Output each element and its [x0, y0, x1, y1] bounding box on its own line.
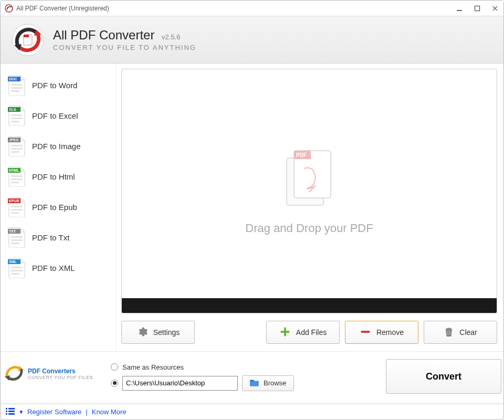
sidebar-item-label: PDF to Word: [32, 81, 77, 90]
maximize-button[interactable]: [473, 4, 481, 13]
svg-text:EPUB: EPUB: [9, 199, 19, 203]
svg-text:PDF: PDF: [296, 152, 307, 158]
svg-rect-18: [11, 121, 19, 122]
svg-rect-22: [11, 148, 23, 150]
brand-tagline: CONVERT YOU PDF FILES: [28, 375, 93, 380]
plus-icon: [279, 326, 291, 339]
svg-rect-50: [361, 331, 370, 333]
sidebar-item-label: PDF to Image: [32, 142, 81, 151]
chevron-down-icon[interactable]: ▾: [19, 408, 23, 416]
sidebar-item-label: PDF to XML: [32, 264, 75, 272]
svg-rect-36: [11, 236, 23, 238]
svg-rect-55: [6, 408, 7, 410]
svg-rect-51: [448, 331, 448, 335]
convert-button[interactable]: Convert: [386, 359, 501, 394]
svg-rect-23: [11, 151, 19, 153]
svg-rect-12: [11, 87, 23, 89]
window-title: All PDF Converter (Unregistered): [16, 5, 455, 12]
svg-text:DOC: DOC: [9, 77, 17, 81]
html-file-icon: HTML: [8, 166, 27, 187]
brand-block: PDF Converters CONVERT YOU PDF FILES: [1, 363, 111, 385]
dropzone-footer-bar: [122, 298, 497, 313]
sidebar-item-label: PDF to Epub: [32, 203, 77, 212]
txt-file-icon: TXT: [8, 227, 27, 248]
svg-rect-21: [11, 145, 23, 146]
sidebar: DOCPDF to WordXLSPDF to ExcelJPEGPDF to …: [1, 64, 116, 351]
svg-rect-42: [11, 270, 23, 271]
svg-rect-3: [475, 6, 480, 10]
brand-icon: [4, 363, 25, 385]
svg-rect-32: [11, 209, 23, 211]
svg-rect-58: [8, 411, 15, 412]
app-version: v2.5.6: [162, 33, 180, 41]
separator: |: [86, 408, 87, 416]
svg-rect-26: [11, 175, 23, 177]
svg-rect-56: [8, 408, 15, 410]
trash-icon: [444, 326, 454, 339]
browse-button[interactable]: Browse: [242, 375, 294, 391]
svg-rect-52: [450, 331, 450, 335]
body: DOCPDF to WordXLSPDF to ExcelJPEGPDF to …: [1, 64, 503, 351]
same-as-resources-label: Same as Resources: [122, 363, 184, 371]
sidebar-item-txt[interactable]: TXTPDF to Txt: [5, 222, 111, 253]
main-area: PDF Drag and Drop your PDF Settings: [116, 64, 503, 351]
app-icon-small: [5, 4, 13, 13]
app-window: All PDF Converter (Unregistered) All PDF…: [0, 0, 504, 420]
know-more-link[interactable]: Know More: [92, 408, 127, 416]
dropzone[interactable]: PDF Drag and Drop your PDF: [121, 69, 497, 313]
xml-file-icon: XML: [8, 257, 27, 278]
action-toolbar: Settings Add Files Remove: [121, 321, 497, 344]
svg-rect-8: [24, 35, 29, 37]
svg-rect-49: [281, 331, 290, 333]
folder-icon: [250, 378, 259, 388]
radio-checked-icon: [111, 380, 118, 387]
svg-rect-28: [11, 182, 19, 183]
svg-rect-11: [11, 84, 23, 86]
svg-rect-33: [11, 212, 19, 214]
remove-button[interactable]: Remove: [345, 321, 418, 344]
output-path-input[interactable]: [122, 376, 238, 391]
sidebar-item-label: PDF to Excel: [32, 111, 78, 120]
clear-button[interactable]: Clear: [424, 321, 497, 344]
svg-text:XLS: XLS: [9, 108, 16, 111]
clear-label: Clear: [459, 328, 477, 337]
pdf-stack-icon: PDF: [280, 148, 338, 212]
add-files-button[interactable]: Add Files: [266, 321, 340, 344]
output-controls: Same as Resources Browse: [111, 357, 376, 391]
dropzone-hint: Drag and Drop your PDF: [245, 222, 373, 235]
minus-icon: [360, 326, 371, 339]
sidebar-item-doc[interactable]: DOCPDF to Word: [5, 70, 111, 100]
settings-button-label: Settings: [153, 328, 180, 337]
doc-file-icon: DOC: [8, 75, 27, 96]
browse-label: Browse: [264, 379, 286, 387]
sidebar-item-epub[interactable]: EPUBPDF to Epub: [5, 192, 111, 222]
app-header: All PDF Converter v2.5.6 Convert You fil…: [1, 16, 503, 64]
gear-icon: [136, 326, 148, 339]
svg-rect-59: [6, 413, 7, 415]
add-files-label: Add Files: [296, 328, 327, 337]
sidebar-item-jpeg[interactable]: JPEGPDF to Image: [5, 131, 111, 161]
sidebar-item-xls[interactable]: XLSPDF to Excel: [5, 100, 111, 131]
svg-rect-43: [11, 273, 19, 275]
minimize-button[interactable]: [455, 4, 464, 13]
jpeg-file-icon: JPEG: [8, 135, 27, 156]
window-controls: [455, 4, 499, 13]
svg-rect-57: [6, 411, 7, 412]
output-row: PDF Converters CONVERT YOU PDF FILES Sam…: [1, 351, 503, 404]
settings-button[interactable]: Settings: [121, 321, 195, 344]
sidebar-item-html[interactable]: HTMLPDF to Html: [5, 161, 111, 192]
same-as-resources-option[interactable]: Same as Resources: [111, 363, 376, 371]
brand-name: PDF Converters: [28, 368, 93, 375]
app-name: All PDF Converter: [53, 28, 154, 43]
custom-path-option[interactable]: Browse: [111, 375, 376, 391]
radio-icon: [111, 363, 118, 371]
register-software-link[interactable]: Register Software: [27, 408, 81, 416]
remove-label: Remove: [376, 328, 404, 337]
sidebar-item-xml[interactable]: XMLPDF to XML: [5, 253, 111, 283]
svg-rect-2: [457, 10, 462, 11]
svg-text:XML: XML: [9, 260, 17, 264]
statusbar: ▾ Register Software | Know More: [1, 404, 503, 419]
svg-text:JPEG: JPEG: [9, 138, 19, 142]
close-button[interactable]: [491, 4, 499, 13]
xls-file-icon: XLS: [8, 105, 27, 126]
